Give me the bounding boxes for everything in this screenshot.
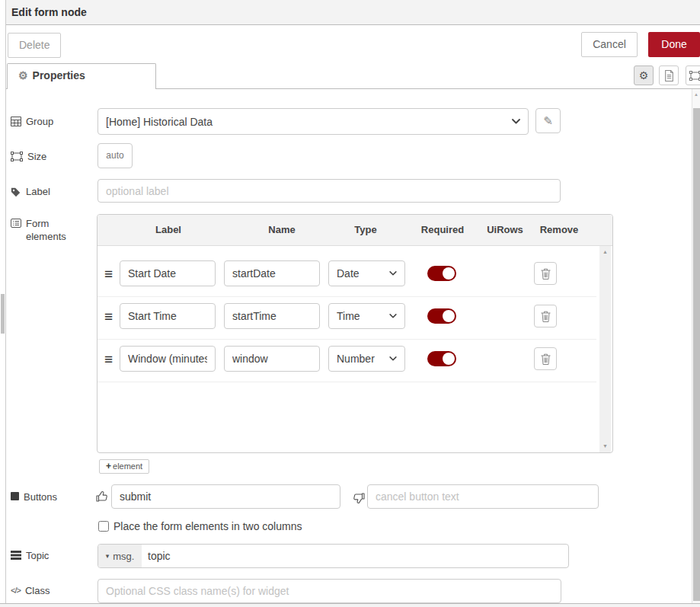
tasks-icon: [11, 551, 21, 560]
two-columns-label: Place the form elements in two columns: [113, 520, 302, 532]
trash-icon: [541, 268, 551, 280]
col-header-type: Type: [354, 224, 376, 235]
cancel-button[interactable]: Cancel: [581, 32, 638, 57]
appearance-view-button[interactable]: [686, 65, 700, 85]
class-input[interactable]: [97, 579, 561, 603]
topic-typed-input: ▾ msg. topic: [97, 544, 569, 568]
size-field-label: Size: [11, 150, 46, 163]
trash-icon: [541, 353, 551, 365]
size-label-text: Size: [27, 150, 46, 163]
remove-element-button[interactable]: [534, 262, 557, 285]
add-element-button[interactable]: +element: [99, 459, 149, 474]
element-label-input[interactable]: [120, 303, 216, 329]
element-type-value: Date: [337, 267, 360, 280]
element-type-select[interactable]: Number: [328, 346, 405, 372]
drag-handle-icon[interactable]: ≡: [104, 308, 118, 325]
table-row: ≡ Number: [97, 340, 596, 382]
caret-down-icon: ▾: [106, 552, 110, 560]
col-header-uirows: UiRows: [487, 224, 523, 235]
tab-bar: ⚙Properties ⚙: [6, 62, 700, 89]
pencil-icon: ✎: [543, 114, 553, 127]
topic-type-button[interactable]: ▾ msg.: [98, 545, 142, 567]
tab-properties-label: Properties: [33, 69, 85, 81]
add-element-label: element: [113, 462, 142, 471]
trash-icon: [541, 311, 551, 322]
remove-element-button[interactable]: [534, 347, 557, 370]
gear-icon: ⚙: [639, 69, 649, 81]
group-label-text: Group: [26, 115, 53, 128]
form-elements-field-label: Form elements: [11, 217, 84, 243]
table-icon: [11, 117, 21, 126]
scrollbar-thumb[interactable]: [693, 108, 700, 601]
form-elements-label-text: Form elements: [26, 217, 84, 243]
table-row: ≡ Date: [97, 254, 596, 297]
properties-view-button[interactable]: ⚙: [634, 65, 654, 85]
chevron-down-icon: [512, 119, 520, 124]
element-type-value: Time: [337, 310, 360, 322]
cancel-button-text-input[interactable]: [367, 484, 599, 509]
class-label-text: Class: [25, 584, 50, 597]
required-toggle[interactable]: [427, 308, 456, 324]
required-toggle[interactable]: [427, 266, 456, 281]
two-columns-checkbox[interactable]: [98, 521, 109, 532]
scroll-up-icon[interactable]: ▲: [692, 89, 700, 100]
drag-handle-icon[interactable]: ≡: [104, 351, 118, 368]
drag-handle-icon[interactable]: ≡: [104, 266, 118, 283]
topic-value-input[interactable]: topic: [142, 545, 568, 567]
submit-button-text-input[interactable]: [111, 484, 340, 509]
object-group-icon: [689, 71, 700, 81]
gear-icon: ⚙: [18, 69, 28, 81]
label-input[interactable]: [97, 179, 561, 203]
list-alt-icon: [11, 219, 21, 228]
topic-type-label: msg.: [113, 551, 134, 562]
plus-icon: +: [106, 461, 111, 471]
tab-properties[interactable]: ⚙Properties: [7, 63, 156, 89]
description-view-button[interactable]: [659, 65, 679, 85]
dialog-bottom-strip: [0, 603, 700, 607]
scroll-up-icon[interactable]: ▲: [599, 249, 611, 254]
element-name-input[interactable]: [224, 260, 320, 286]
element-label-input[interactable]: [120, 346, 216, 372]
element-type-select[interactable]: Date: [328, 260, 405, 286]
label-field-label: Label: [11, 185, 50, 198]
group-select-value: [Home] Historical Data: [106, 116, 213, 128]
thumbs-up-icon: [96, 490, 108, 503]
table-row: ≡ Time: [97, 297, 596, 340]
buttons-label-text: Buttons: [24, 490, 57, 503]
two-columns-row: Place the form elements in two columns: [98, 520, 302, 532]
form-elements-table-body: ≡ Date ≡ Time: [97, 246, 612, 453]
scroll-down-icon[interactable]: ▼: [599, 443, 611, 449]
col-header-label: Label: [155, 224, 181, 235]
topic-label-text: Topic: [26, 549, 49, 562]
class-field-label: </> Class: [11, 584, 50, 597]
dialog-scrollbar[interactable]: ▲: [692, 89, 700, 603]
col-header-name: Name: [268, 224, 295, 235]
dialog-title: Edit form node: [6, 0, 700, 24]
done-button[interactable]: Done: [648, 32, 700, 57]
chevron-down-icon: [389, 356, 397, 361]
tray-resize-grip[interactable]: [1, 294, 5, 334]
col-header-remove: Remove: [540, 224, 579, 235]
edit-group-button[interactable]: ✎: [535, 108, 561, 133]
chevron-down-icon: [389, 314, 397, 318]
required-toggle[interactable]: [427, 351, 456, 366]
remove-element-button[interactable]: [534, 305, 557, 327]
label-label-text: Label: [26, 185, 50, 198]
tray-left-edge: [5, 0, 6, 607]
tag-icon: [11, 187, 21, 197]
size-button[interactable]: auto: [97, 143, 133, 168]
group-field-label: Group: [11, 115, 53, 128]
delete-button[interactable]: Delete: [8, 33, 61, 58]
form-elements-table: Label Name Type Required UiRows Remove ≡…: [97, 214, 613, 453]
group-select[interactable]: [Home] Historical Data: [97, 108, 529, 135]
table-scrollbar[interactable]: ▲ ▼: [599, 246, 611, 453]
buttons-field-label: Buttons: [11, 490, 57, 503]
object-group-icon: [11, 152, 23, 161]
document-icon: [664, 70, 674, 81]
element-name-input[interactable]: [224, 303, 320, 329]
element-name-input[interactable]: [224, 346, 320, 372]
thumbs-down-icon: [353, 492, 365, 504]
element-type-select[interactable]: Time: [328, 303, 405, 329]
code-icon: </>: [11, 584, 21, 597]
element-label-input[interactable]: [120, 260, 216, 286]
